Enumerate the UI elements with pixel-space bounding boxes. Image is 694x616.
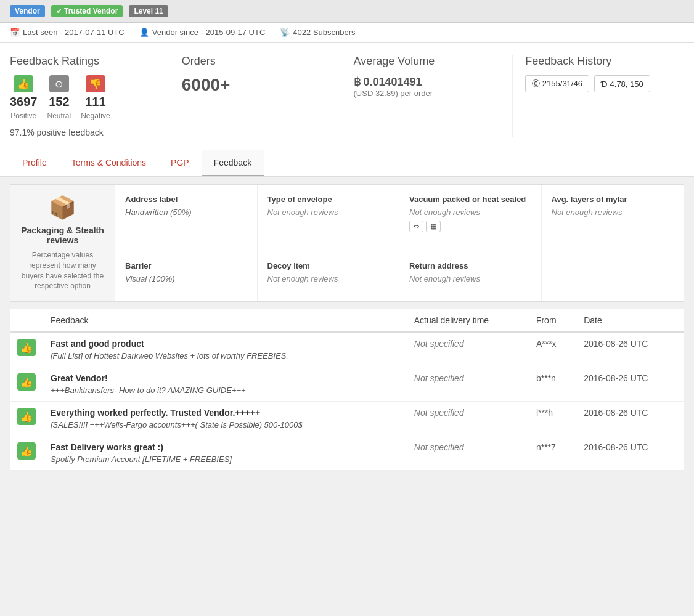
packaging-sidebar: 📦 Packaging & Stealth reviews Percentage…: [10, 185, 115, 301]
volume-col: Average Volume ฿ 0.01401491 (USD 32.89) …: [341, 55, 513, 137]
pkg-cell-decoy: Decoy item Not enough reviews: [258, 251, 400, 302]
thumbs-up-icon: 👍: [17, 408, 36, 425]
negative-count: 111: [85, 95, 105, 109]
neutral-label: Neutral: [47, 111, 71, 120]
packaging-section: 📦 Packaging & Stealth reviews Percentage…: [10, 184, 684, 302]
meta-bar: 📅 Last seen - 2017-07-11 UTC 👤 Vendor si…: [0, 23, 694, 43]
tab-terms[interactable]: Terms & Conditions: [59, 150, 158, 176]
tabs-bar: Profile Terms & Conditions PGP Feedback: [0, 150, 694, 177]
volume-usd: (USD 32.89) per order: [354, 89, 500, 98]
feedback-from: n***7: [529, 436, 576, 471]
feedback-delivery: Not specified: [407, 332, 529, 367]
negative-icon: 👎: [86, 75, 105, 92]
positive-rating: 👍 3697 Positive: [10, 75, 38, 120]
history-badge-2: Ɗ 4.78, 150: [594, 75, 650, 92]
person-icon: 👤: [139, 28, 149, 37]
neutral-count: 152: [49, 95, 69, 109]
rss-icon: 📡: [280, 28, 290, 37]
neutral-rating: ⊙ 152 Neutral: [47, 75, 71, 120]
th-icon: [10, 309, 43, 332]
expand-icon[interactable]: ⇔: [409, 221, 423, 232]
package-icon: 📦: [20, 195, 105, 221]
history-badges: ⓪ 2155/31/46 Ɗ 4.78, 150: [525, 75, 672, 92]
pkg-cell-mylar: Avg. layers of mylar Not enough reviews: [542, 185, 684, 251]
feedback-icon-cell: 👍: [10, 367, 43, 402]
packaging-grid: Address label Handwritten (50%) Type of …: [115, 185, 684, 301]
feedback-content: Everything worked perfectly. Trusted Ven…: [43, 402, 407, 436]
negative-label: Negative: [81, 111, 110, 120]
th-delivery: Actual delivery time: [407, 309, 529, 332]
pkg-cell-vacuum: Vacuum packed or heat sealed Not enough …: [399, 185, 542, 251]
calendar-icon: 📅: [10, 28, 20, 37]
trusted-badge: ✓ Trusted Vendor: [51, 5, 123, 17]
tab-pgp[interactable]: PGP: [158, 150, 202, 176]
orders-title: Orders: [182, 55, 329, 68]
feedback-date: 2016-08-26 UTC: [576, 436, 684, 471]
table-row: 👍 Everything worked perfectly. Trusted V…: [10, 402, 684, 436]
feedback-from: l***h: [529, 402, 576, 436]
feedback-icon-cell: 👍: [10, 332, 43, 367]
table-row: 👍 Fast Delivery works great :) Spotify P…: [10, 436, 684, 471]
volume-title: Average Volume: [354, 55, 500, 68]
feedback-ratings-title: Feedback Ratings: [10, 55, 157, 68]
feedback-main: Great Vendor!: [51, 373, 399, 383]
feedback-main: Everything worked perfectly. Trusted Ven…: [51, 408, 399, 418]
positive-count: 3697: [10, 95, 38, 109]
pkg-cell-empty: [542, 251, 684, 302]
vendor-since: 👤 Vendor since - 2015-09-17 UTC: [139, 28, 266, 37]
th-feedback: Feedback: [43, 309, 407, 332]
packaging-title: Packaging & Stealth reviews: [20, 225, 105, 245]
feedback-content: Fast Delivery works great :) Spotify Pre…: [43, 436, 407, 471]
table-row: 👍 Great Vendor! +++Banktransfers- How to…: [10, 367, 684, 402]
tab-feedback[interactable]: Feedback: [202, 150, 264, 176]
positive-icon: 👍: [14, 75, 33, 92]
thumbs-up-icon: 👍: [17, 442, 36, 460]
feedback-icon-cell: 👍: [10, 436, 43, 471]
feedback-content: Fast and good product [Full List] of Hot…: [43, 332, 407, 367]
feedback-main: Fast Delivery works great :): [51, 442, 399, 452]
volume-btc: ฿ 0.01401491: [354, 75, 500, 89]
pkg-cell-barrier: Barrier Visual (100%): [115, 251, 258, 302]
feedback-delivery: Not specified: [407, 402, 529, 436]
thumbs-up-icon: 👍: [17, 373, 36, 391]
feedback-content: Great Vendor! +++Banktransfers- How to d…: [43, 367, 407, 402]
feedback-from: b***n: [529, 367, 576, 402]
top-bar: Vendor ✓ Trusted Vendor Level 11: [0, 0, 694, 23]
feedback-history-title: Feedback History: [525, 55, 672, 68]
feedback-sub: [SALES!!!] +++Wells-Fargo accounts+++( S…: [51, 420, 399, 429]
feedback-ratings-col: Feedback Ratings 👍 3697 Positive ⊙ 152 N…: [10, 55, 169, 137]
feedback-from: A***x: [529, 332, 576, 367]
negative-rating: 👎 111 Negative: [81, 75, 110, 120]
table-header: Feedback Actual delivery time From Date: [10, 309, 684, 332]
feedback-delivery: Not specified: [407, 436, 529, 471]
packaging-desc: Percentage values represent how many buy…: [20, 250, 105, 291]
tab-profile[interactable]: Profile: [10, 150, 59, 176]
feedback-table: Feedback Actual delivery time From Date …: [10, 309, 684, 471]
pkg-cell-envelope: Type of envelope Not enough reviews: [258, 185, 400, 251]
feedback-sub: [Full List] of Hottest Darkweb Websites …: [51, 351, 399, 360]
pkg-cell-address-label: Address label Handwritten (50%): [115, 185, 258, 251]
neutral-icon: ⊙: [49, 75, 69, 92]
stats-section: Feedback Ratings 👍 3697 Positive ⊙ 152 N…: [0, 43, 694, 150]
feedback-delivery: Not specified: [407, 367, 529, 402]
level-badge: Level 11: [129, 5, 168, 17]
feedback-main: Fast and good product: [51, 339, 399, 349]
rating-row: 👍 3697 Positive ⊙ 152 Neutral 👎 111 Nega…: [10, 75, 157, 120]
main-content: 📦 Packaging & Stealth reviews Percentage…: [0, 184, 694, 483]
positive-label: Positive: [10, 111, 36, 120]
th-from: From: [529, 309, 576, 332]
feedback-sub: +++Banktransfers- How to do it? AMAZING …: [51, 386, 399, 395]
th-date: Date: [576, 309, 684, 332]
table-row: 👍 Fast and good product [Full List] of H…: [10, 332, 684, 367]
thumbs-up-icon: 👍: [17, 339, 36, 356]
subscribers: 📡 4022 Subscribers: [280, 28, 355, 37]
vendor-badge: Vendor: [10, 5, 45, 17]
feedback-history-col: Feedback History ⓪ 2155/31/46 Ɗ 4.78, 15…: [513, 55, 684, 137]
feedback-date: 2016-08-26 UTC: [576, 332, 684, 367]
feedback-date: 2016-08-26 UTC: [576, 402, 684, 436]
pkg-cell-return: Return address Not enough reviews: [399, 251, 542, 302]
feedback-date: 2016-08-26 UTC: [576, 367, 684, 402]
orders-col: Orders 6000+: [169, 55, 341, 137]
feedback-icon-cell: 👍: [10, 402, 43, 436]
grid-icon[interactable]: ▦: [426, 221, 441, 232]
